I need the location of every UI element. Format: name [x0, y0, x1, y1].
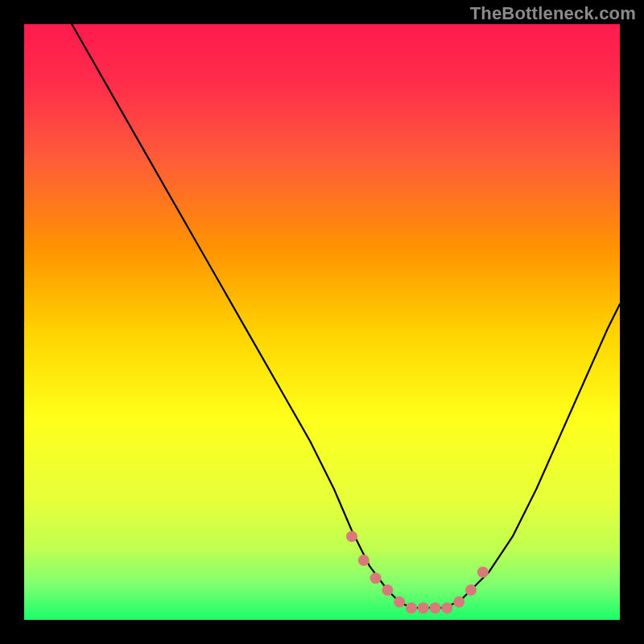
marker-dot	[430, 602, 441, 613]
chart-svg	[24, 24, 620, 620]
marker-dot	[441, 602, 452, 613]
marker-dot	[394, 597, 405, 608]
marker-dot	[370, 572, 382, 584]
gradient-background	[24, 24, 620, 620]
marker-dot	[382, 584, 393, 596]
plot-area	[24, 24, 620, 620]
watermark-text: TheBottleneck.com	[470, 3, 636, 24]
marker-dot	[465, 584, 477, 596]
marker-dot	[406, 602, 417, 613]
marker-dot	[453, 597, 464, 608]
marker-dot	[358, 555, 369, 566]
marker-dot	[346, 530, 357, 542]
chart-frame: TheBottleneck.com	[0, 0, 644, 644]
marker-dot	[477, 567, 489, 578]
marker-dot	[418, 602, 429, 613]
